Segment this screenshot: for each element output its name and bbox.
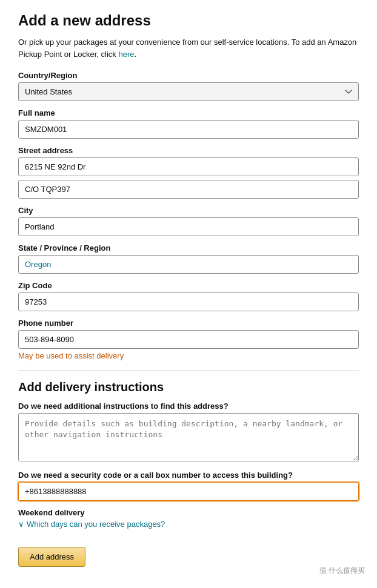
- additional-instructions-group: Do we need additional instructions to fi…: [18, 401, 359, 463]
- city-label: City: [18, 206, 359, 215]
- country-select[interactable]: United States Canada United Kingdom Aust…: [18, 82, 359, 101]
- street-input-1[interactable]: [18, 157, 359, 176]
- weekend-link[interactable]: Which days can you receive packages?: [27, 520, 165, 529]
- security-code-input[interactable]: [18, 482, 359, 501]
- phone-group: Phone number May be used to assist deliv…: [18, 319, 359, 360]
- chevron-down-icon: ∨: [18, 520, 24, 529]
- security-code-group: Do we need a security code or a call box…: [18, 471, 359, 501]
- weekend-label: Weekend delivery: [18, 508, 359, 517]
- fullname-group: Full name: [18, 108, 359, 139]
- fullname-label: Full name: [18, 108, 359, 117]
- phone-input[interactable]: [18, 330, 359, 349]
- weekend-delivery-section: Weekend delivery ∨ Which days can you re…: [18, 508, 359, 529]
- state-label: State / Province / Region: [18, 243, 359, 253]
- phone-label: Phone number: [18, 319, 359, 328]
- street-label: Street address: [18, 146, 359, 155]
- fullname-input[interactable]: [18, 120, 359, 139]
- intro-text: Or pick up your packages at your conveni…: [18, 36, 359, 60]
- address-form: Country/Region United States Canada Unit…: [18, 71, 359, 360]
- page-title: Add a new address: [18, 12, 359, 29]
- security-code-label: Do we need a security code or a call box…: [18, 471, 359, 480]
- country-label: Country/Region: [18, 71, 359, 80]
- country-group: Country/Region United States Canada Unit…: [18, 71, 359, 101]
- zip-group: Zip Code: [18, 281, 359, 311]
- phone-helper: May be used to assist delivery: [18, 351, 359, 360]
- section-divider: [18, 370, 359, 371]
- additional-instructions-textarea[interactable]: [18, 413, 359, 461]
- pickup-link[interactable]: here: [118, 50, 134, 59]
- street-input-2[interactable]: [18, 180, 359, 199]
- add-address-button[interactable]: Add address: [18, 547, 85, 567]
- state-group: State / Province / Region: [18, 243, 359, 274]
- additional-instructions-label: Do we need additional instructions to fi…: [18, 401, 359, 411]
- watermark: 值 什么值得买: [319, 566, 365, 576]
- city-input[interactable]: [18, 217, 359, 236]
- zip-label: Zip Code: [18, 281, 359, 290]
- zip-input[interactable]: [18, 292, 359, 311]
- delivery-instructions-title: Add delivery instructions: [18, 380, 359, 394]
- country-select-wrapper: United States Canada United Kingdom Aust…: [18, 82, 359, 101]
- state-input[interactable]: [18, 255, 359, 274]
- weekend-toggle[interactable]: ∨ Which days can you receive packages?: [18, 520, 359, 529]
- city-group: City: [18, 206, 359, 236]
- street-group: Street address: [18, 146, 359, 199]
